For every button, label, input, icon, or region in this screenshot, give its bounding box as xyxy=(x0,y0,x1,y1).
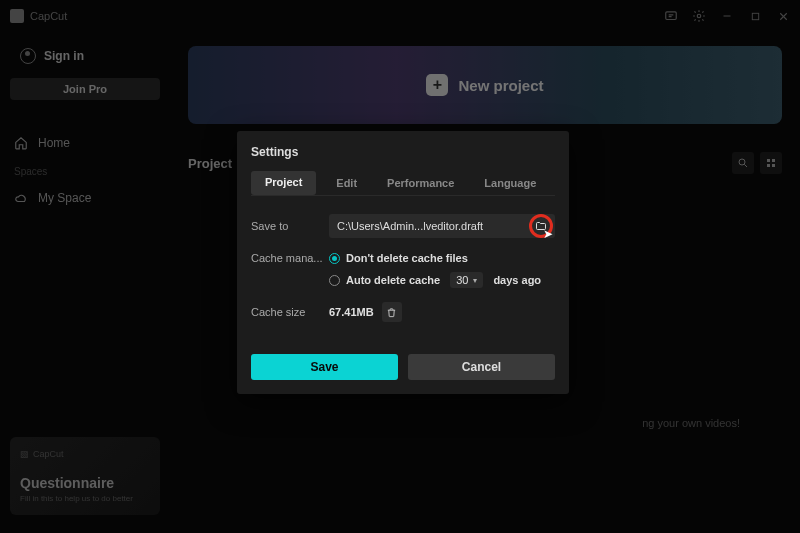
svg-point-1 xyxy=(697,14,701,18)
svg-point-6 xyxy=(739,159,745,165)
browse-folder-button[interactable]: ➤ xyxy=(529,214,553,238)
settings-form: Save to C:\Users\Admin...lveditor.draft … xyxy=(237,196,569,342)
app-name: CapCut xyxy=(30,10,67,22)
hint-text: ng your own videos! xyxy=(642,417,740,429)
nav-myspace[interactable]: My Space xyxy=(10,185,160,211)
nav-home-label: Home xyxy=(38,136,70,150)
signin-button[interactable]: Sign in xyxy=(10,42,160,70)
cancel-button[interactable]: Cancel xyxy=(408,354,555,380)
home-icon xyxy=(14,136,28,150)
close-icon[interactable] xyxy=(776,9,790,23)
signin-label: Sign in xyxy=(44,49,84,63)
avatar-icon xyxy=(20,48,36,64)
svg-rect-8 xyxy=(767,159,770,162)
join-pro-button[interactable]: Join Pro xyxy=(10,78,160,100)
save-to-path: C:\Users\Admin...lveditor.draft xyxy=(337,220,547,232)
brand-icon: ▧ xyxy=(20,449,29,459)
cache-management-row: Cache mana... Don't delete cache files A… xyxy=(251,252,555,288)
svg-rect-10 xyxy=(767,164,770,167)
save-to-field[interactable]: C:\Users\Admin...lveditor.draft ➤ xyxy=(329,214,555,238)
cache-option-auto-post: days ago xyxy=(493,274,541,286)
search-button[interactable] xyxy=(732,152,754,174)
svg-line-7 xyxy=(744,164,747,167)
tab-project[interactable]: Project xyxy=(251,171,316,195)
cloud-icon xyxy=(14,191,28,205)
new-project-label: New project xyxy=(458,77,543,94)
modal-actions: Save Cancel xyxy=(237,342,569,380)
sidebar: Sign in Join Pro Home Spaces My Space ▧ … xyxy=(0,32,170,533)
settings-gear-icon[interactable] xyxy=(692,9,706,23)
plus-icon: + xyxy=(426,74,448,96)
app-logo-icon xyxy=(10,9,24,23)
save-button[interactable]: Save xyxy=(251,354,398,380)
titlebar-left: CapCut xyxy=(10,9,67,23)
message-icon[interactable] xyxy=(664,9,678,23)
titlebar: CapCut xyxy=(0,0,800,32)
modal-tabs: Project Edit Performance Language xyxy=(251,171,555,196)
cache-radio-group: Don't delete cache files Auto delete cac… xyxy=(329,252,555,288)
grid-view-button[interactable] xyxy=(760,152,782,174)
clear-cache-button[interactable] xyxy=(382,302,402,322)
maximize-icon[interactable] xyxy=(748,9,762,23)
cache-days-select[interactable]: 30 ▾ xyxy=(450,272,483,288)
settings-modal: Settings Project Edit Performance Langua… xyxy=(237,131,569,394)
tab-language[interactable]: Language xyxy=(484,171,536,195)
cache-option-keep[interactable]: Don't delete cache files xyxy=(329,252,555,264)
cache-option-auto-pre: Auto delete cache xyxy=(346,274,440,286)
modal-title: Settings xyxy=(237,145,569,171)
questionnaire-title: Questionnaire xyxy=(20,475,150,491)
nav-home[interactable]: Home xyxy=(10,130,160,156)
radio-selected-icon xyxy=(329,253,340,264)
cache-size-value: 67.41MB xyxy=(329,306,374,318)
cache-management-label: Cache mana... xyxy=(251,252,329,264)
minimize-icon[interactable] xyxy=(720,9,734,23)
save-to-row: Save to C:\Users\Admin...lveditor.draft … xyxy=(251,214,555,238)
new-project-button[interactable]: + New project xyxy=(188,46,782,124)
svg-rect-11 xyxy=(772,164,775,167)
titlebar-right xyxy=(664,9,790,23)
save-to-label: Save to xyxy=(251,220,329,232)
cache-size-row: Cache size 67.41MB xyxy=(251,302,555,322)
chevron-down-icon: ▾ xyxy=(473,276,477,285)
radio-unselected-icon xyxy=(329,275,340,286)
nav-myspace-label: My Space xyxy=(38,191,91,205)
cache-size-group: 67.41MB xyxy=(329,302,402,322)
svg-rect-3 xyxy=(752,13,758,19)
cache-option-keep-label: Don't delete cache files xyxy=(346,252,468,264)
questionnaire-subtitle: Fill in this to help us to do better xyxy=(20,494,150,503)
cache-size-label: Cache size xyxy=(251,306,329,318)
questionnaire-card[interactable]: ▧ CapCut Questionnaire Fill in this to h… xyxy=(10,437,160,515)
projects-tools xyxy=(732,152,782,174)
svg-rect-9 xyxy=(772,159,775,162)
projects-title: Project xyxy=(188,156,232,171)
svg-rect-0 xyxy=(666,12,677,20)
cache-days-value: 30 xyxy=(456,274,468,286)
cache-option-auto[interactable]: Auto delete cache 30 ▾ days ago xyxy=(329,272,555,288)
spaces-section-label: Spaces xyxy=(14,166,156,177)
questionnaire-brand: ▧ CapCut xyxy=(20,449,150,459)
tab-performance[interactable]: Performance xyxy=(387,171,454,195)
tab-edit[interactable]: Edit xyxy=(336,171,357,195)
